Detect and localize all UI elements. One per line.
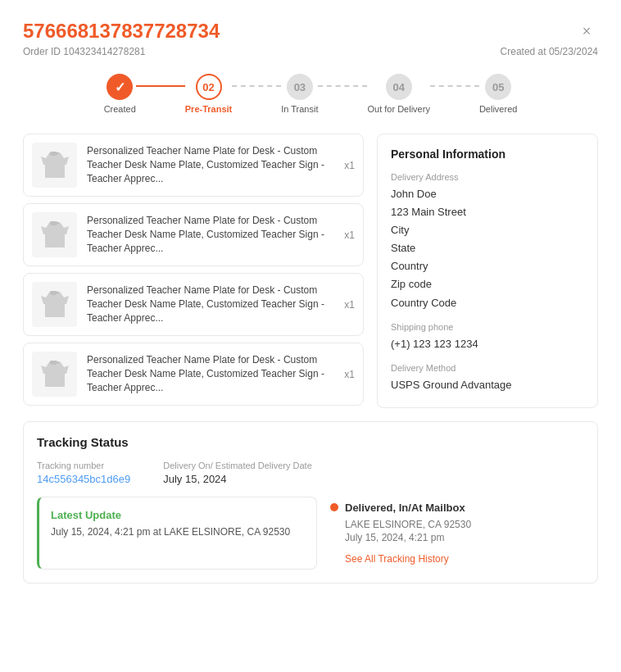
step-line-3 bbox=[318, 85, 367, 87]
address-country-code: Country Code bbox=[391, 294, 584, 312]
product-item: Personalized Teacher Name Plate for Desk… bbox=[23, 343, 364, 406]
product-image bbox=[32, 212, 77, 257]
delivered-time: July 15, 2024, 4:21 pm bbox=[345, 532, 584, 543]
address-zip: Zip code bbox=[391, 275, 584, 293]
tracking-number-label: Tracking number bbox=[37, 461, 130, 470]
product-image bbox=[32, 143, 77, 188]
tracking-number-item: Tracking number 14c556345bc1d6e9 bbox=[37, 461, 130, 485]
order-meta: Order ID 104323414278281 Created at 05/2… bbox=[23, 46, 598, 57]
product-qty: x1 bbox=[344, 369, 355, 380]
product-qty: x1 bbox=[344, 229, 355, 241]
order-number: 576668137837728734 bbox=[23, 20, 220, 43]
delivered-header: Delivered, In/At Mailbox bbox=[330, 502, 584, 514]
personal-info-panel: Personal Information Delivery Address Jo… bbox=[377, 134, 598, 408]
svg-marker-4 bbox=[41, 293, 69, 317]
delivery-method-label: Delivery Method bbox=[391, 363, 584, 373]
step-circle-created: ✓ bbox=[107, 74, 133, 100]
step-delivered: 05 Delivered bbox=[479, 74, 517, 114]
tracking-title: Tracking Status bbox=[37, 435, 584, 449]
delivery-date-item: Delivery On/ Estimated Delivery Date Jul… bbox=[163, 461, 312, 485]
delivery-address-label: Delivery Address bbox=[391, 172, 584, 182]
delivered-location: LAKE ELSINORE, CA 92530 bbox=[345, 519, 584, 530]
tracking-meta: Tracking number 14c556345bc1d6e9 Deliver… bbox=[37, 461, 584, 485]
header: 576668137837728734 × bbox=[23, 20, 598, 43]
address-line1: 123 Main Street bbox=[391, 203, 584, 221]
close-button[interactable]: × bbox=[575, 20, 598, 43]
product-name: Personalized Teacher Name Plate for Desk… bbox=[87, 214, 334, 255]
address-name: John Doe bbox=[391, 185, 584, 203]
step-intransit: 03 In Transit bbox=[281, 74, 318, 114]
step-line-1 bbox=[136, 85, 185, 87]
address-city: City bbox=[391, 221, 584, 239]
product-qty: x1 bbox=[344, 299, 355, 311]
created-at: Created at 05/23/2024 bbox=[501, 46, 598, 57]
steps-container: ✓ Created 02 Pre-Transit 03 In Transit bbox=[104, 74, 518, 114]
step-label-outfordelivery: Out for Delivery bbox=[367, 104, 429, 114]
step-circle-outfordelivery: 04 bbox=[386, 74, 412, 100]
product-image bbox=[32, 282, 77, 327]
step-line-4 bbox=[430, 85, 479, 87]
progress-section: ✓ Created 02 Pre-Transit 03 In Transit bbox=[23, 74, 598, 114]
main-content: Personalized Teacher Name Plate for Desk… bbox=[23, 134, 598, 408]
step-created: ✓ Created bbox=[104, 74, 136, 114]
modal-container: 576668137837728734 × Order ID 1043234142… bbox=[0, 0, 621, 672]
step-label-created: Created bbox=[104, 104, 136, 114]
svg-marker-6 bbox=[41, 362, 69, 387]
delivered-info: Delivered, In/At Mailbox LAKE ELSINORE, … bbox=[330, 497, 584, 570]
tracking-number-link[interactable]: 14c556345bc1d6e9 bbox=[37, 473, 130, 485]
see-all-tracking-link[interactable]: See All Tracking History bbox=[345, 553, 449, 565]
latest-update-title: Latest Update bbox=[51, 509, 305, 521]
address-country: Country bbox=[391, 257, 584, 275]
shirt-icon bbox=[38, 288, 72, 322]
shirt-icon bbox=[38, 148, 72, 183]
delivery-date-label: Delivery On/ Estimated Delivery Date bbox=[163, 461, 312, 470]
step-outfordelivery: 04 Out for Delivery bbox=[367, 74, 429, 114]
latest-update-text: July 15, 2024, 4:21 pm at LAKE ELSINORE,… bbox=[51, 526, 305, 538]
address-state: State bbox=[391, 239, 584, 257]
step-circle-delivered: 05 bbox=[485, 74, 511, 100]
delivery-method-value: USPS Ground Advantage bbox=[391, 376, 584, 394]
step-circle-intransit: 03 bbox=[287, 74, 313, 100]
personal-info-title: Personal Information bbox=[391, 148, 584, 161]
delivery-date-value: July 15, 2024 bbox=[163, 473, 226, 485]
delivered-status: Delivered, In/At Mailbox bbox=[345, 502, 465, 514]
product-list: Personalized Teacher Name Plate for Desk… bbox=[23, 134, 364, 408]
product-name: Personalized Teacher Name Plate for Desk… bbox=[87, 353, 334, 394]
latest-update-box: Latest Update July 15, 2024, 4:21 pm at … bbox=[37, 497, 317, 570]
step-label-pretransit: Pre-Transit bbox=[185, 104, 232, 114]
step-label-delivered: Delivered bbox=[479, 104, 517, 114]
product-item: Personalized Teacher Name Plate for Desk… bbox=[23, 273, 364, 336]
product-qty: x1 bbox=[344, 160, 355, 171]
step-circle-pretransit: 02 bbox=[196, 74, 222, 100]
product-name: Personalized Teacher Name Plate for Desk… bbox=[87, 144, 334, 185]
shirt-icon bbox=[38, 218, 72, 252]
step-pretransit: 02 Pre-Transit bbox=[185, 74, 232, 114]
product-name: Personalized Teacher Name Plate for Desk… bbox=[87, 284, 334, 325]
tracking-body: Latest Update July 15, 2024, 4:21 pm at … bbox=[37, 497, 584, 570]
product-item: Personalized Teacher Name Plate for Desk… bbox=[23, 134, 364, 197]
tracking-section: Tracking Status Tracking number 14c55634… bbox=[23, 421, 598, 583]
shipping-phone-value: (+1) 123 123 1234 bbox=[391, 335, 584, 353]
shipping-phone-label: Shipping phone bbox=[391, 322, 584, 332]
product-item: Personalized Teacher Name Plate for Desk… bbox=[23, 203, 364, 266]
svg-marker-2 bbox=[41, 223, 69, 247]
svg-marker-0 bbox=[41, 153, 69, 178]
product-image bbox=[32, 352, 77, 397]
step-line-2 bbox=[232, 85, 281, 87]
step-label-intransit: In Transit bbox=[281, 104, 318, 114]
shirt-icon bbox=[38, 357, 72, 392]
order-id: Order ID 104323414278281 bbox=[23, 46, 145, 57]
delivered-dot-icon bbox=[330, 503, 338, 511]
